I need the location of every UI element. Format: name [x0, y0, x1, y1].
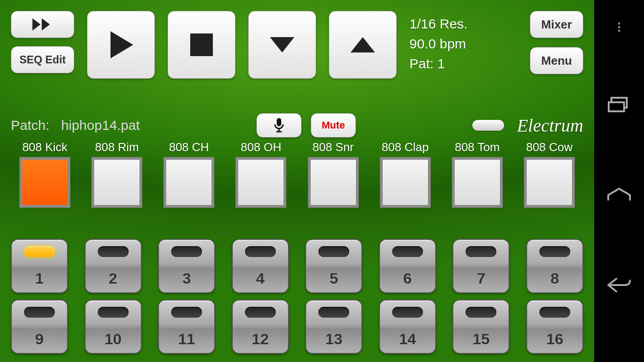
step-button[interactable]: 14: [379, 300, 436, 354]
drum-pad[interactable]: [163, 157, 214, 208]
stop-button[interactable]: [168, 11, 235, 79]
back-button[interactable]: [606, 272, 633, 299]
svg-marker-4: [270, 37, 294, 52]
step-button[interactable]: 9: [11, 300, 68, 354]
step-button[interactable]: 5: [305, 239, 362, 293]
record-mic-button[interactable]: [256, 113, 302, 138]
step-button[interactable]: 12: [232, 300, 289, 354]
step-button[interactable]: 15: [452, 300, 509, 354]
play-button[interactable]: [87, 11, 155, 79]
step-sequencer: 12345678 910111213141516: [11, 239, 583, 354]
step-button[interactable]: 1: [11, 239, 68, 293]
chevron-up-icon: [347, 29, 379, 61]
fast-forward-button[interactable]: [11, 11, 74, 38]
step-led: [98, 246, 129, 257]
pattern-label: Pat: 1: [409, 56, 467, 71]
transport-bar: SEQ Edit 1/16 Res. 90.0 bpm Pat: 1: [11, 11, 583, 79]
transport-left-col: SEQ Edit: [11, 11, 74, 73]
fast-forward-icon: [30, 16, 55, 33]
recent-apps-icon: [608, 96, 630, 112]
drum-pad[interactable]: [91, 157, 142, 208]
drum-pad[interactable]: [308, 157, 359, 208]
step-number: 16: [546, 330, 563, 348]
pad-label: 808 OH: [241, 140, 282, 154]
step-led: [98, 307, 129, 318]
drum-pad[interactable]: [452, 157, 503, 208]
step-button[interactable]: 6: [379, 239, 436, 293]
resolution-label: 1/16 Res.: [409, 16, 467, 32]
home-button[interactable]: [606, 181, 633, 208]
step-button[interactable]: 11: [158, 300, 215, 354]
step-number: 1: [35, 270, 44, 287]
overflow-menu-button[interactable]: [606, 14, 633, 41]
svg-point-11: [618, 30, 620, 32]
step-button[interactable]: 10: [85, 300, 142, 354]
step-number: 7: [477, 270, 485, 287]
pad-label: 808 Kick: [22, 140, 67, 154]
step-row-2: 910111213141516: [11, 300, 583, 354]
android-nav-bar: [594, 0, 644, 362]
home-icon: [606, 187, 632, 202]
microphone-icon: [272, 117, 286, 133]
status-display: 1/16 Res. 90.0 bpm Pat: 1: [409, 11, 467, 71]
pad-column: 808 Clap: [371, 140, 439, 208]
svg-point-10: [618, 26, 620, 29]
drum-pad[interactable]: [235, 157, 286, 208]
step-number: 4: [256, 270, 264, 287]
pad-label: 808 Snr: [312, 140, 354, 154]
svg-marker-0: [33, 19, 41, 31]
pad-label: 808 CH: [169, 140, 209, 154]
step-led: [539, 307, 570, 318]
step-led: [466, 307, 496, 318]
step-number: 13: [325, 330, 342, 348]
svg-rect-6: [277, 118, 281, 126]
pad-column: 808 OH: [227, 140, 295, 208]
drum-pad[interactable]: [524, 157, 575, 208]
dots-vertical-icon: [614, 22, 625, 33]
patch-label: Patch:: [11, 118, 49, 133]
step-led: [24, 246, 55, 257]
step-led: [318, 307, 349, 318]
step-led: [24, 307, 55, 318]
pad-column: 808 Cow: [515, 140, 583, 208]
step-number: 9: [35, 330, 44, 348]
step-button[interactable]: 2: [85, 239, 142, 293]
step-number: 3: [183, 270, 191, 287]
brand-pill-toggle[interactable]: [472, 120, 504, 131]
recent-apps-button[interactable]: [606, 90, 633, 118]
step-led: [171, 307, 202, 318]
step-button[interactable]: 13: [305, 300, 362, 354]
chevron-down-icon: [266, 29, 298, 61]
step-number: 14: [399, 330, 416, 348]
step-button[interactable]: 16: [526, 300, 583, 354]
svg-marker-1: [42, 19, 50, 31]
step-led: [318, 246, 349, 257]
bpm-label: 90.0 bpm: [409, 36, 467, 52]
menu-button[interactable]: Menu: [530, 47, 583, 74]
step-number: 10: [105, 330, 122, 348]
svg-rect-3: [190, 33, 213, 56]
drum-pad[interactable]: [19, 157, 70, 208]
pad-column: 808 Kick: [11, 140, 79, 208]
pattern-down-button[interactable]: [248, 11, 316, 79]
mixer-button[interactable]: Mixer: [530, 11, 583, 38]
step-button[interactable]: 7: [452, 239, 509, 293]
svg-point-9: [618, 23, 620, 25]
step-led: [392, 307, 423, 318]
mute-button[interactable]: Mute: [311, 113, 356, 138]
step-button[interactable]: 8: [526, 239, 583, 293]
brand-logo: Electrum: [517, 115, 583, 136]
seq-edit-button[interactable]: SEQ Edit: [11, 46, 74, 73]
pad-column: 808 Snr: [299, 140, 367, 208]
app-main: SEQ Edit 1/16 Res. 90.0 bpm Pat: 1: [0, 0, 594, 362]
drum-pad[interactable]: [380, 157, 431, 208]
step-number: 11: [178, 330, 195, 348]
patch-row: Patch: hiphop14.pat Mute Electrum: [11, 113, 583, 138]
step-number: 12: [252, 330, 269, 348]
play-icon: [105, 29, 137, 61]
pattern-up-button[interactable]: [329, 11, 397, 79]
step-number: 8: [550, 270, 559, 287]
step-button[interactable]: 4: [232, 239, 289, 293]
step-button[interactable]: 3: [158, 239, 215, 293]
step-row-1: 12345678: [11, 239, 583, 293]
